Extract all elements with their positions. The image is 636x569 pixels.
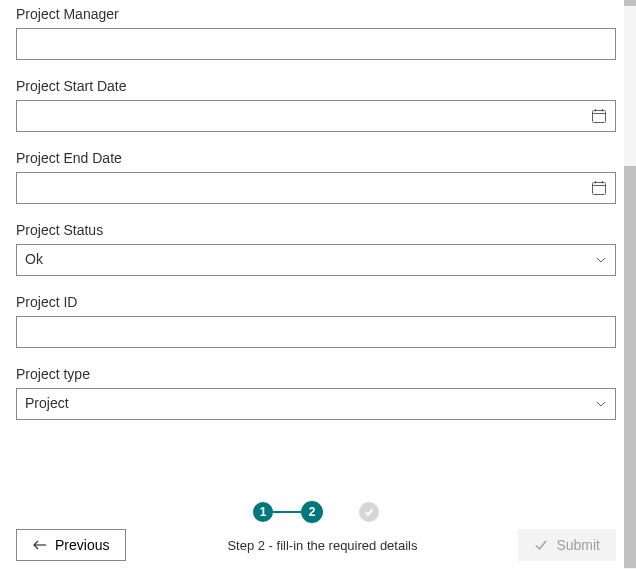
arrow-left-icon [33, 539, 47, 551]
field-end-date: Project End Date [16, 150, 616, 204]
step-2[interactable]: 2 [301, 501, 323, 523]
calendar-icon[interactable] [591, 180, 607, 196]
label-project-manager: Project Manager [16, 6, 616, 22]
step-hint: Step 2 - fill-in the required details [227, 538, 417, 553]
svg-rect-4 [593, 183, 606, 195]
label-project-id: Project ID [16, 294, 616, 310]
label-end-date: Project End Date [16, 150, 616, 166]
step-complete-icon [359, 502, 379, 522]
field-status: Project Status Ok [16, 222, 616, 276]
submit-button[interactable]: Submit [518, 529, 616, 561]
step-connector [273, 511, 301, 513]
scrollbar-track[interactable] [624, 0, 636, 569]
field-project-type: Project type Project [16, 366, 616, 420]
scrollbar-thumb[interactable] [624, 0, 636, 6]
previous-button[interactable]: Previous [16, 529, 126, 561]
select-project-type[interactable]: Project [16, 388, 616, 420]
input-project-manager[interactable] [16, 28, 616, 60]
select-project-type-value: Project [25, 389, 595, 419]
previous-button-label: Previous [55, 537, 109, 553]
scrollbar-thumb[interactable] [624, 166, 636, 568]
datepicker-start-date[interactable] [16, 100, 616, 132]
chevron-down-icon [595, 254, 607, 266]
select-status-value: Ok [25, 245, 595, 275]
select-status[interactable]: Ok [16, 244, 616, 276]
svg-rect-0 [593, 111, 606, 123]
input-end-date[interactable] [25, 173, 591, 203]
stepper: 1 2 [16, 501, 616, 523]
input-project-id[interactable] [16, 316, 616, 348]
label-start-date: Project Start Date [16, 78, 616, 94]
form-container: Project Manager Project Start Date [16, 0, 616, 438]
label-project-type: Project type [16, 366, 616, 382]
input-start-date[interactable] [25, 101, 591, 131]
check-icon [534, 539, 548, 551]
footer: 1 2 Previous Step 2 - fill-in t [16, 501, 616, 561]
label-status: Project Status [16, 222, 616, 238]
datepicker-end-date[interactable] [16, 172, 616, 204]
step-1[interactable]: 1 [253, 502, 273, 522]
chevron-down-icon [595, 398, 607, 410]
field-start-date: Project Start Date [16, 78, 616, 132]
field-project-manager: Project Manager [16, 6, 616, 60]
field-project-id: Project ID [16, 294, 616, 348]
submit-button-label: Submit [556, 537, 600, 553]
calendar-icon[interactable] [591, 108, 607, 124]
